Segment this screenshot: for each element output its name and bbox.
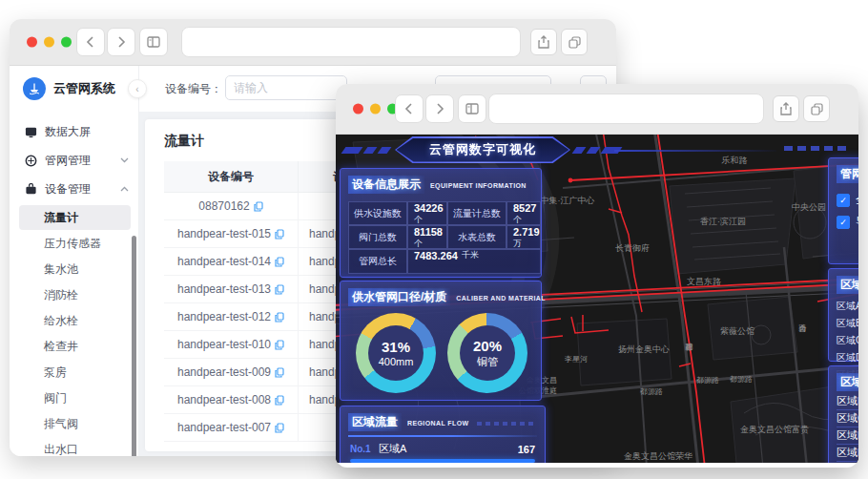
address-bar[interactable] — [181, 27, 521, 57]
region-row[interactable]: 区域C — [837, 410, 858, 427]
panel-title: 管网图层 — [837, 165, 858, 183]
layer-checkbox-row[interactable]: ✓ 导入 — [837, 215, 858, 229]
water-logo-icon — [28, 82, 41, 95]
sidebar-item-pipe-management[interactable]: 管网管理 — [10, 146, 138, 175]
forward-button[interactable] — [425, 94, 454, 123]
dashboard-header: 云管网数字可视化 — [336, 136, 858, 165]
sidebar-item-sump[interactable]: 集水池 — [19, 257, 131, 281]
minimize-window-icon[interactable] — [44, 37, 54, 48]
copy-icon[interactable] — [254, 201, 263, 212]
copy-icon[interactable] — [275, 367, 284, 378]
sidebar-scrollbar[interactable] — [132, 236, 136, 456]
checkbox-icon[interactable]: ✓ — [837, 194, 850, 207]
panel-title: 区域流量 — [348, 413, 402, 431]
device-id: handpear-test-007 — [177, 421, 271, 434]
copy-icon[interactable] — [275, 423, 284, 433]
copy-icon[interactable] — [275, 284, 284, 295]
panel-subtitle: EQUIPMENT INFORMATION — [430, 182, 527, 189]
chevron-down-icon — [120, 157, 129, 163]
monitor-icon — [25, 126, 37, 138]
caliber-donut-chart[interactable]: 31% 400mm — [356, 313, 436, 393]
sidebar-item-device-management[interactable]: 设备管理 — [10, 175, 138, 203]
flow-row[interactable]: No.1 区域A 167 — [350, 442, 535, 463]
dashboard: 乐和路 中集·江广中心 中央公园 香江·滨江园 长青御府 文昌东路 扬州金奥中心… — [336, 135, 858, 463]
chevron-right-icon — [116, 36, 126, 48]
map-label: 金奥文昌公馆富贵 — [740, 425, 809, 434]
copy-icon[interactable] — [275, 257, 284, 267]
device-id-label: 设备编号： — [165, 81, 222, 97]
copy-icon[interactable] — [275, 340, 284, 350]
sidebar-icon — [465, 103, 479, 115]
share-button[interactable] — [530, 29, 557, 55]
device-id-input[interactable] — [225, 75, 347, 100]
legend-item[interactable]: 区域A — [837, 300, 858, 313]
checkbox-icon[interactable]: ✓ — [837, 216, 850, 229]
region-row[interactable]: 区域D — [837, 427, 858, 445]
back-button[interactable] — [395, 94, 424, 123]
region-row[interactable]: 区域E — [837, 445, 858, 462]
flow-bar — [350, 459, 535, 463]
map-label: 都源路 — [729, 375, 753, 384]
chevron-right-icon — [435, 103, 444, 115]
sidebar-item-pump-house[interactable]: 泵房 — [19, 360, 131, 385]
donut-center-value: 31% — [382, 339, 410, 355]
stat-value: 2.719万 — [506, 225, 541, 249]
sidebar-item-fire-hydrant[interactable]: 消防栓 — [19, 282, 131, 307]
legend-item[interactable]: 区域D — [837, 351, 858, 364]
sidebar-item-pressure-sensor[interactable]: 压力传感器 — [19, 231, 131, 256]
tabs-copy-button[interactable] — [561, 29, 588, 55]
sidebar-item-flowmeter[interactable]: 流量计 — [19, 205, 131, 230]
sidebar-item-inspection-well[interactable]: 检查井 — [19, 334, 131, 359]
panel-title: 设备信息展示 — [348, 176, 424, 194]
stat-label: 水表总数 — [447, 225, 506, 249]
traffic-lights[interactable] — [27, 37, 72, 48]
legend-item[interactable]: 区域B — [837, 317, 858, 330]
copy-icon[interactable] — [275, 229, 284, 240]
sidebar-item-water-hydrant[interactable]: 给水栓 — [19, 308, 131, 333]
front-browser-window: 乐和路 中集·江广中心 中央公园 香江·滨江园 长青御府 文昌东路 扬州金奥中心… — [336, 84, 858, 468]
device-id: handpear-test-014 — [177, 255, 271, 268]
close-window-icon[interactable] — [353, 104, 363, 115]
donut-center-value: 20% — [473, 338, 502, 354]
stat-label: 管网总长 — [348, 249, 407, 274]
sidebar-item-valve[interactable]: 阀门 — [19, 385, 131, 410]
title-badge: 云管网数字可视化 — [395, 136, 570, 163]
equipment-info-panel: 设备信息展示 EQUIPMENT INFORMATION 供水设施数 34226… — [340, 168, 542, 278]
traffic-lights[interactable] — [353, 104, 398, 115]
main-menu: 数据大屏 管网管理 设备管理 — [10, 117, 138, 203]
flow-value: 167 — [518, 444, 535, 455]
header-dashes-decoration — [784, 146, 851, 151]
donut-center-label: 400mm — [379, 356, 414, 367]
region-row[interactable]: 区域B — [837, 393, 858, 410]
chevron-up-icon — [120, 186, 129, 192]
device-submenu: 流量计 压力传感器 集水池 消防栓 给水栓 检查井 泵房 阀门 排气阀 出水口 … — [10, 205, 138, 456]
dashboard-title: 云管网数字可视化 — [429, 141, 536, 158]
address-bar[interactable] — [488, 94, 764, 124]
menu-label: 管网管理 — [45, 153, 113, 169]
chevron-left-icon — [404, 103, 414, 115]
tab-overview-button[interactable] — [139, 28, 168, 56]
maximize-window-icon[interactable] — [61, 37, 72, 48]
copy-icon[interactable] — [275, 395, 284, 406]
legend-item[interactable]: 区域C — [837, 334, 858, 347]
sidebar-item-data-screen[interactable]: 数据大屏 — [10, 117, 138, 146]
copy-icon[interactable] — [275, 312, 284, 323]
tabs-copy-button[interactable] — [803, 95, 830, 122]
map-label: 李星河 — [564, 355, 588, 364]
sidebar-item-outlet[interactable]: 出水口 — [19, 437, 131, 456]
share-button[interactable] — [773, 95, 799, 122]
layer-checkbox-row[interactable]: ✓ 全选 — [837, 193, 858, 207]
back-button[interactable] — [76, 28, 105, 56]
material-donut-chart[interactable]: 20% 铜管 — [447, 313, 527, 393]
forward-button[interactable] — [107, 28, 135, 56]
column-header-device-id: 设备编号 — [164, 161, 299, 192]
minimize-window-icon[interactable] — [370, 104, 381, 115]
close-window-icon[interactable] — [27, 37, 37, 48]
device-id: handpear-test-009 — [177, 365, 271, 379]
sidebar-item-exhaust-valve[interactable]: 排气阀 — [19, 411, 131, 436]
sidebar-collapse-button[interactable]: ‹ — [128, 79, 147, 98]
map-label: 都源路 — [639, 387, 663, 396]
stat-value: 81158个 — [407, 225, 447, 249]
region-stats-panel: 区域统计 区域A 区域B 区域C 区域D 区域E 0 — [828, 268, 858, 362]
tab-overview-button[interactable] — [458, 94, 486, 123]
